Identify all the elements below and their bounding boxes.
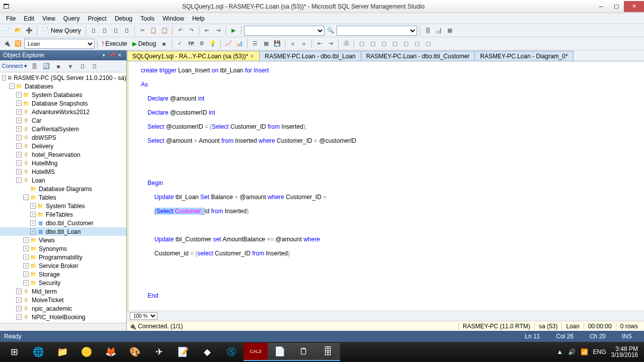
taskbar-app3-icon[interactable]: 📄	[268, 343, 292, 361]
specify-values-icon[interactable]: Ⓐ	[341, 39, 351, 49]
tab-diagram[interactable]: RASMEY-PC.Loan - Diagram_0*	[474, 51, 573, 61]
comment-icon[interactable]: ≡	[288, 39, 298, 49]
taskbar-ie-icon[interactable]: 🌐	[26, 343, 50, 361]
menu-help[interactable]: Help	[188, 14, 209, 23]
include-stats-icon[interactable]: 📊	[234, 39, 245, 49]
object-explorer-tree[interactable]: −🖥RASMEY-PC (SQL Server 11.0.2100 - sa) …	[0, 72, 126, 323]
estimated-plan-icon[interactable]: 🗺	[186, 39, 196, 49]
tree-item[interactable]: +📁Service Broker	[0, 261, 126, 270]
maximize-button[interactable]: ▢	[609, 1, 624, 12]
change-connection-icon[interactable]: 🔀	[13, 39, 23, 49]
query-options-icon[interactable]: ⚙	[197, 39, 207, 49]
close-button[interactable]: ✕	[624, 1, 644, 12]
decrease-indent-icon[interactable]: ⇤	[314, 39, 325, 49]
find-combo[interactable]	[337, 26, 417, 36]
new-project-icon[interactable]: 📄	[2, 26, 12, 36]
play-icon[interactable]: ▶	[228, 26, 238, 36]
tb2-misc6[interactable]: ▢	[412, 39, 422, 49]
connect-dropdown[interactable]: Connect ▾	[2, 63, 27, 69]
menu-window[interactable]: Window	[158, 14, 188, 23]
taskbar-app4-icon[interactable]: 🗒	[292, 343, 316, 361]
oe-icon-1[interactable]: 🗄	[29, 61, 39, 71]
tb2-misc7[interactable]: ▢	[423, 39, 433, 49]
tree-tables[interactable]: −📁Tables	[0, 193, 126, 202]
results-text-icon[interactable]: ☰	[250, 39, 260, 49]
menu-query[interactable]: Query	[59, 14, 84, 23]
tree-item[interactable]: +📁System Databases	[0, 90, 126, 99]
tree-item[interactable]: +📁Programmability	[0, 253, 126, 261]
tree-item[interactable]: +🛢Delivery	[0, 142, 126, 150]
solution-combo[interactable]	[244, 26, 325, 36]
taskbar-firefox-icon[interactable]: 🦊	[99, 343, 123, 361]
tree-server[interactable]: −🖥RASMEY-PC (SQL Server 11.0.2100 - sa)	[0, 73, 126, 82]
registered-servers-icon[interactable]: 🗄	[423, 26, 433, 36]
tb2-misc2[interactable]: ▢	[368, 39, 378, 49]
open-icon[interactable]: 📂	[13, 26, 23, 36]
menu-view[interactable]: View	[38, 14, 59, 23]
panel-close-icon[interactable]: ✕	[116, 52, 123, 59]
oe-icon-2[interactable]: 🔄	[41, 61, 51, 71]
nav-fwd-icon[interactable]: ⇥	[213, 26, 223, 36]
execute-button[interactable]: !Execute	[100, 40, 129, 47]
zoom-combo[interactable]: 100 %	[130, 312, 157, 320]
tb2-misc3[interactable]: ▢	[379, 39, 389, 49]
taskbar-explorer-icon[interactable]: 📁	[50, 343, 74, 361]
tree-item[interactable]: +🛢Car	[0, 116, 126, 125]
panel-pin-icon[interactable]: 📌	[108, 52, 115, 59]
tb-icon-4[interactable]: 🗋	[122, 26, 132, 36]
database-combo[interactable]: Loan	[24, 39, 95, 49]
tree-item[interactable]: +📁System Tables	[0, 202, 126, 210]
nav-back-icon[interactable]: ⇤	[202, 26, 212, 36]
tb2-misc1[interactable]: ▢	[357, 39, 367, 49]
stop-icon[interactable]: ■	[159, 39, 169, 49]
taskbar-app-icon[interactable]: 🎨	[123, 343, 147, 361]
tree-item[interactable]: +📁FileTables	[0, 210, 126, 219]
redo-icon[interactable]: ↷	[186, 26, 196, 36]
parse-icon[interactable]: ✓	[175, 39, 185, 49]
include-plan-icon[interactable]: 📈	[223, 39, 233, 49]
menu-debug[interactable]: Debug	[111, 14, 136, 23]
debug-button[interactable]: ▶Debug	[130, 40, 158, 47]
results-grid-icon[interactable]: ▦	[261, 39, 271, 49]
cut-icon[interactable]: ✂	[137, 26, 147, 36]
tree-item[interactable]: +📁Database Snapshots	[0, 99, 126, 108]
panel-hscroll[interactable]	[0, 323, 126, 331]
menu-file[interactable]: File	[2, 14, 20, 23]
tree-item[interactable]: +🛢Mid_term	[0, 287, 126, 296]
paste-icon[interactable]: 📋	[159, 26, 170, 36]
taskbar-skype-icon[interactable]: Ⓢ	[219, 343, 244, 361]
tree-item-selected[interactable]: +▦dbo.tbl_Loan	[0, 227, 126, 236]
oe-icon-5[interactable]: 🗋	[90, 61, 100, 71]
tab-tbl-customer[interactable]: RASMEY-PC.Loan - dbo.tbl_Customer	[361, 51, 475, 61]
menu-tools[interactable]: Tools	[136, 14, 158, 23]
tb-icon-2[interactable]: 🗋	[100, 26, 110, 36]
tree-item[interactable]: +📁Synonyms	[0, 244, 126, 253]
tree-item[interactable]: +📁Storage	[0, 270, 126, 279]
add-icon[interactable]: ➕	[24, 26, 34, 36]
tree-item[interactable]: +▦dbo.tbl_Customer	[0, 219, 126, 227]
tray-wifi-icon[interactable]: 📶	[581, 348, 588, 355]
system-tray[interactable]: ▲ 🔊 📶 ENG 3:48 PM 3/19/2016	[553, 346, 642, 358]
taskbar-calendar-icon[interactable]: CAL3	[244, 343, 268, 361]
tree-item[interactable]: +🛢npic_academic	[0, 304, 126, 313]
intellisense-icon[interactable]: 💡	[208, 39, 218, 49]
tb2-misc4[interactable]: ▢	[390, 39, 400, 49]
new-query-button[interactable]: 📄New Query	[40, 27, 83, 34]
tree-item[interactable]: +🛢NPIC_HotelBooking	[0, 313, 126, 321]
tree-item[interactable]: +📁Security	[0, 279, 126, 287]
increase-indent-icon[interactable]: ⇥	[326, 39, 336, 49]
taskbar-chrome-icon[interactable]: 🟡	[74, 343, 99, 361]
oe-filter-icon[interactable]: ▼	[65, 61, 75, 71]
activity-monitor-icon[interactable]: 📊	[434, 26, 444, 36]
results-file-icon[interactable]: 💾	[272, 39, 282, 49]
tray-lang[interactable]: ENG	[593, 348, 606, 355]
tb-icon-3[interactable]: 🗋	[111, 26, 121, 36]
tree-item[interactable]: +📁Views	[0, 236, 126, 244]
tb-misc-icon[interactable]: ▦	[445, 26, 455, 36]
tab-sqlquery[interactable]: SQLQuery1.sql - RA...Y-PC.Loan (sa (53))…	[127, 51, 260, 61]
tree-loan[interactable]: −🛢Loan	[0, 176, 126, 185]
taskbar-ssms-icon[interactable]: 🗄	[316, 343, 340, 361]
minimize-button[interactable]: ─	[594, 1, 609, 12]
tb-icon-1[interactable]: 🗋	[89, 26, 99, 36]
taskbar-notepad-icon[interactable]: 📝	[171, 343, 195, 361]
